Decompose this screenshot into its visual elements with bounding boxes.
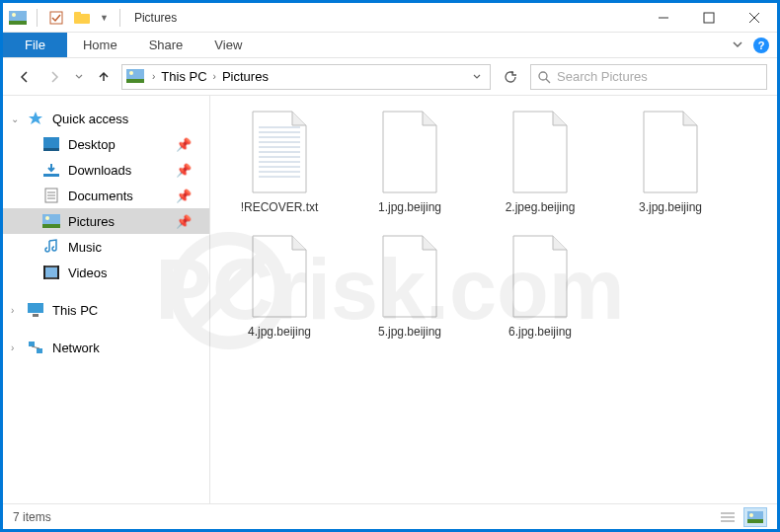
pictures-icon bbox=[42, 213, 60, 229]
svg-rect-29 bbox=[45, 267, 57, 277]
file-icon bbox=[370, 232, 449, 321]
svg-line-36 bbox=[32, 346, 39, 348]
computer-icon bbox=[27, 302, 44, 318]
sidebar-item-label: Documents bbox=[68, 189, 133, 203]
sidebar-item-documents[interactable]: Documents 📌 bbox=[3, 183, 209, 208]
sidebar-network[interactable]: › Network bbox=[3, 335, 209, 360]
file-view[interactable]: !RECOVER.txt1.jpg.beijing2.jpeg.beijing3… bbox=[210, 96, 777, 503]
sidebar-item-label: Network bbox=[52, 341, 100, 355]
expand-ribbon-icon[interactable] bbox=[732, 37, 743, 54]
svg-rect-31 bbox=[57, 266, 59, 279]
breadcrumb-item[interactable]: Pictures bbox=[222, 69, 269, 84]
close-button[interactable] bbox=[732, 3, 777, 33]
explorer-window: ▼ Pictures File Home Share View ? › bbox=[3, 3, 777, 529]
sidebar-item-desktop[interactable]: Desktop 📌 bbox=[3, 131, 209, 157]
svg-rect-52 bbox=[747, 519, 763, 523]
svg-rect-5 bbox=[74, 12, 81, 16]
file-item[interactable]: 4.jpg.beijing bbox=[218, 232, 341, 339]
file-label: 4.jpg.beijing bbox=[248, 325, 311, 339]
sidebar-item-pictures[interactable]: Pictures 📌 bbox=[3, 208, 209, 234]
sidebar-item-music[interactable]: Music bbox=[3, 234, 209, 260]
sidebar-item-label: Desktop bbox=[68, 137, 116, 152]
help-icon[interactable]: ? bbox=[753, 38, 769, 53]
qat-dropdown-icon[interactable]: ▼ bbox=[97, 13, 112, 23]
file-label: !RECOVER.txt bbox=[241, 200, 319, 214]
file-icon bbox=[631, 108, 710, 196]
svg-point-12 bbox=[129, 71, 133, 75]
file-item[interactable]: 6.jpg.beijing bbox=[479, 232, 601, 339]
tab-home[interactable]: Home bbox=[67, 33, 133, 57]
svg-rect-34 bbox=[29, 342, 35, 346]
documents-icon bbox=[42, 188, 60, 203]
file-label: 6.jpg.beijing bbox=[508, 325, 572, 339]
breadcrumb-item[interactable]: This PC bbox=[161, 69, 206, 84]
file-icon bbox=[240, 108, 319, 196]
qat-newfolder-icon[interactable] bbox=[71, 8, 93, 28]
search-box[interactable] bbox=[530, 64, 767, 90]
icons-view-button[interactable] bbox=[743, 507, 767, 527]
breadcrumb[interactable]: › This PC › Pictures bbox=[121, 64, 491, 90]
sidebar-this-pc[interactable]: › This PC bbox=[3, 297, 209, 323]
svg-point-53 bbox=[749, 513, 753, 517]
chevron-down-icon[interactable]: ⌄ bbox=[11, 114, 19, 124]
pin-icon: 📌 bbox=[176, 214, 192, 229]
svg-point-2 bbox=[12, 13, 16, 17]
chevron-down-icon[interactable] bbox=[472, 72, 482, 82]
refresh-button[interactable] bbox=[497, 64, 524, 90]
tab-view[interactable]: View bbox=[198, 33, 258, 57]
file-icon bbox=[370, 108, 449, 196]
forward-button[interactable] bbox=[42, 65, 66, 89]
pin-icon: 📌 bbox=[176, 189, 192, 203]
svg-rect-20 bbox=[43, 174, 59, 177]
chevron-right-icon[interactable]: › bbox=[209, 71, 220, 82]
details-view-button[interactable] bbox=[716, 507, 740, 527]
file-icon bbox=[240, 232, 319, 321]
file-icon bbox=[501, 232, 580, 321]
svg-point-27 bbox=[45, 216, 49, 220]
svg-line-14 bbox=[546, 79, 550, 83]
downloads-icon bbox=[42, 162, 60, 178]
desktop-icon bbox=[42, 136, 60, 152]
maximize-button[interactable] bbox=[686, 3, 732, 33]
file-item[interactable]: 3.jpg.beijing bbox=[609, 108, 732, 214]
recent-dropdown-icon[interactable] bbox=[72, 65, 86, 89]
status-count: 7 items bbox=[13, 510, 51, 524]
navigation-bar: › This PC › Pictures bbox=[3, 58, 777, 96]
svg-rect-18 bbox=[43, 137, 59, 148]
file-tab[interactable]: File bbox=[3, 33, 67, 57]
up-button[interactable] bbox=[92, 65, 116, 89]
chevron-right-icon[interactable]: › bbox=[11, 342, 14, 353]
sidebar-item-downloads[interactable]: Downloads 📌 bbox=[3, 157, 209, 183]
sidebar-item-videos[interactable]: Videos bbox=[3, 260, 209, 285]
status-bar: 7 items bbox=[3, 503, 777, 529]
svg-rect-3 bbox=[50, 12, 62, 24]
file-item[interactable]: 5.jpg.beijing bbox=[349, 232, 471, 339]
ribbon: File Home Share View ? bbox=[3, 33, 777, 58]
svg-rect-1 bbox=[9, 21, 27, 25]
svg-rect-11 bbox=[126, 79, 144, 83]
app-icon bbox=[7, 8, 29, 28]
file-icon bbox=[501, 108, 580, 196]
sidebar-quick-access[interactable]: ⌄ Quick access bbox=[3, 106, 209, 131]
title-bar: ▼ Pictures bbox=[3, 3, 777, 33]
search-input[interactable] bbox=[557, 69, 760, 84]
minimize-button[interactable] bbox=[641, 3, 686, 33]
qat-properties-icon[interactable] bbox=[45, 8, 67, 28]
chevron-right-icon[interactable]: › bbox=[148, 71, 159, 82]
window-title: Pictures bbox=[134, 11, 177, 25]
back-button[interactable] bbox=[13, 65, 37, 89]
file-item[interactable]: 1.jpg.beijing bbox=[349, 108, 471, 214]
chevron-right-icon[interactable]: › bbox=[11, 305, 14, 316]
sidebar-item-label: Music bbox=[68, 240, 102, 255]
file-item[interactable]: 2.jpeg.beijing bbox=[479, 108, 601, 214]
sidebar-item-label: This PC bbox=[52, 303, 98, 318]
videos-icon bbox=[42, 265, 60, 280]
file-label: 5.jpg.beijing bbox=[378, 325, 441, 339]
file-label: 1.jpg.beijing bbox=[378, 200, 441, 214]
tab-share[interactable]: Share bbox=[133, 33, 199, 57]
pin-icon: 📌 bbox=[176, 137, 192, 152]
file-item[interactable]: !RECOVER.txt bbox=[218, 108, 341, 214]
sidebar-item-label: Quick access bbox=[52, 112, 128, 126]
svg-rect-7 bbox=[704, 13, 714, 23]
svg-rect-30 bbox=[43, 266, 45, 279]
